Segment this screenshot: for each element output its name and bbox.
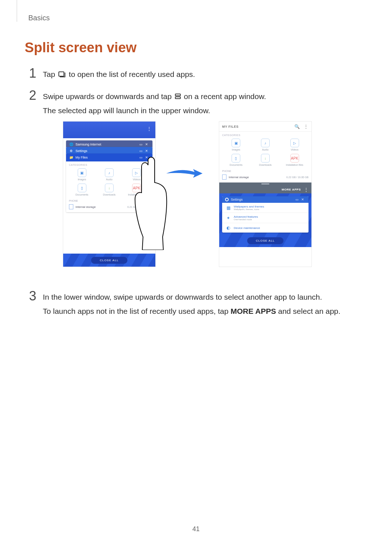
upper-app-title: MY FILES: [222, 125, 294, 128]
lower-recent-settings: Settings ▭ ✕ ▦ Wallpapers and themes Wal…: [222, 196, 309, 233]
recent-title: Settings: [75, 149, 138, 153]
storage-label: Internal storage: [75, 205, 96, 209]
wallpaper-icon: ▦: [226, 205, 231, 210]
storage-label: Internal storage: [229, 176, 249, 179]
upper-app-body: CATEGORIES ▣Images ♪Audio ▷Videos ▯Docum…: [219, 132, 311, 182]
images-icon: ▣: [78, 168, 86, 177]
close-all-button: CLOSE ALL: [91, 257, 127, 264]
upper-app-title-bar: MY FILES 🔍 ⋮: [219, 122, 311, 132]
video-icon: ▷: [290, 139, 299, 147]
step-3-line2-post: and select an app.: [276, 307, 340, 315]
categories-row-2: ▯Documents ↓Downloads APKInstallation fi…: [66, 182, 152, 197]
row-title: Wallpapers and themes: [234, 205, 264, 208]
storage-usage: 6.22 GB / 16.00 GB: [286, 176, 309, 178]
video-icon: ▷: [132, 168, 141, 177]
more-apps-button: MORE APPS: [282, 188, 301, 191]
row-title: Advanced features: [234, 215, 258, 218]
split-icon: ▭: [138, 149, 144, 153]
cat-label: Videos: [280, 148, 309, 151]
step-3-line2-pre: To launch apps not in the list of recent…: [43, 307, 230, 315]
breadcrumb: Basics: [28, 14, 50, 22]
step-number: 1: [29, 66, 43, 82]
settings-row-wallpapers: ▦ Wallpapers and themes Wallpapers, them…: [222, 203, 309, 213]
apk-icon: APK: [290, 154, 299, 163]
images-icon: ▣: [232, 139, 240, 147]
myfiles-body: CATEGORIES ▣Images ♪Audio ▷Videos ▯Docum…: [66, 161, 152, 212]
downloads-icon: ↓: [105, 184, 114, 192]
audio-icon: ♪: [105, 168, 114, 177]
close-icon: ✕: [144, 149, 150, 153]
step-2-line2: The selected app will launch in the uppe…: [43, 106, 210, 115]
phone-section-label: PHONE: [66, 197, 152, 203]
recent-title: My Files: [75, 156, 138, 159]
page-heading: Split screen view: [25, 40, 136, 56]
close-icon: ✕: [300, 198, 306, 201]
step-3-line1: In the lower window, swipe upwards or do…: [43, 293, 322, 301]
recent-card-myfiles: 📁 My Files ▭ ✕ CATEGORIES ▣Images ♪Audio…: [66, 153, 152, 212]
row-title: Device maintenance: [234, 226, 260, 230]
cat-label: Audio: [251, 148, 280, 151]
step-2: 2 Swipe upwards or downwards and tap on …: [29, 88, 356, 118]
categories-label: CATEGORIES: [219, 132, 311, 137]
status-bar: ⋮: [63, 122, 155, 138]
phone-before: ⋮ 🌐 Samsung Internet ▭ ✕ ⚙ Settings ▭ ✕ …: [63, 122, 155, 267]
cat-label: Installation files: [123, 193, 150, 196]
step-number: 3: [29, 289, 43, 319]
phone-section-label: PHONE: [219, 168, 311, 173]
more-icon: ⋮: [147, 126, 152, 132]
split-divider: [219, 182, 311, 185]
categories-row-1: ▣Images ♪Audio ▷Videos: [66, 167, 152, 182]
advanced-icon: ✦: [226, 216, 231, 221]
cat-label: Downloads: [96, 193, 123, 196]
close-all-bar: CLOSE ALL: [63, 254, 155, 267]
lower-card-title: Settings: [231, 198, 294, 201]
close-icon: ✕: [144, 156, 150, 159]
recent-title: Samsung Internet: [75, 143, 138, 146]
more-apps-ref: MORE APPS: [230, 307, 276, 315]
cat-label: Videos: [123, 178, 150, 181]
settings-row-advanced: ✦ Advanced features One-handed mode: [222, 213, 309, 223]
categories-label: CATEGORIES: [66, 161, 152, 167]
cat-label: Images: [68, 178, 95, 181]
split-icon: ▭: [294, 198, 300, 201]
svg-rect-0: [59, 72, 64, 76]
storage-usage: 6.21 GB / 16.00 GB: [127, 206, 150, 208]
lower-pane: Settings ▭ ✕ ▦ Wallpapers and themes Wal…: [219, 193, 311, 247]
internal-storage-row: Internal storage 6.21 GB / 16.00 GB: [66, 203, 152, 212]
search-icon: 🔍: [294, 124, 300, 129]
step-1: 1 Tap to open the list of recently used …: [29, 66, 356, 82]
internet-app-icon: 🌐: [69, 142, 73, 147]
row-sub: One-handed mode: [234, 218, 258, 221]
step-2-line1-pre: Swipe upwards or downwards and tap: [43, 92, 174, 100]
myfiles-app-icon: 📁: [69, 155, 73, 160]
categories-row-1: ▣Images ♪Audio ▷Videos: [219, 137, 311, 152]
documents-icon: ▯: [232, 154, 240, 163]
row-sub: Wallpapers, themes, icons: [234, 208, 264, 210]
settings-row-maintenance: ◐ Device maintenance: [222, 223, 309, 233]
step-3: 3 In the lower window, swipe upwards or …: [29, 289, 356, 319]
step-number: 2: [29, 88, 43, 118]
step-2-line1-post: on a recent app window.: [184, 92, 266, 100]
split-icon: ▭: [138, 143, 144, 146]
cat-label: Installation files: [280, 164, 309, 166]
svg-rect-2: [175, 97, 180, 99]
downloads-icon: ↓: [261, 154, 270, 163]
cat-label: Images: [221, 148, 250, 151]
more-icon: ⋮: [303, 124, 309, 130]
split-view-icon: [175, 93, 181, 100]
recent-apps-icon: [58, 71, 66, 78]
step-1-text-pre: Tap: [43, 70, 57, 78]
close-all-button: CLOSE ALL: [247, 237, 283, 244]
page-number: 41: [0, 525, 392, 533]
step-1-text-post: to open the list of recently used apps.: [69, 70, 195, 78]
categories-row-2: ▯Documents ↓Downloads APKInstallation fi…: [219, 152, 311, 168]
cat-label: Audio: [96, 178, 123, 181]
split-screen-illustration: ⋮ 🌐 Samsung Internet ▭ ✕ ⚙ Settings ▭ ✕ …: [63, 122, 339, 270]
more-apps-bar: MORE APPS ⋮: [219, 185, 311, 193]
svg-rect-1: [175, 94, 180, 96]
cat-label: Downloads: [251, 164, 280, 166]
audio-icon: ♪: [261, 139, 270, 147]
settings-app-icon: [225, 198, 229, 201]
arrow-icon: [166, 169, 203, 178]
internal-storage-row: Internal storage 6.22 GB / 16.00 GB: [219, 173, 311, 182]
